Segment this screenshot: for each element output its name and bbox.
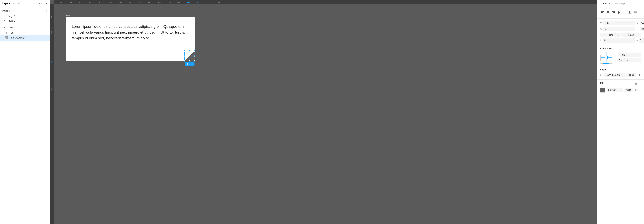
handle-ml[interactable] bbox=[184, 55, 186, 57]
handle-tr[interactable] bbox=[194, 50, 195, 52]
align-middle-v-button[interactable] bbox=[622, 10, 627, 15]
svg-rect-25 bbox=[635, 12, 636, 13]
visibility-icon[interactable]: 👁 bbox=[638, 73, 641, 77]
ruler-guide-192: 192 bbox=[50, 75, 52, 78]
text-layer-icon: T bbox=[5, 31, 8, 34]
horizontal-constraint-dropdown[interactable]: Right ▾ bbox=[618, 53, 641, 57]
layer-item-text[interactable]: T Text bbox=[0, 30, 50, 35]
folder-corner-element[interactable]: 50 × 50 bbox=[184, 51, 195, 61]
w-label: W bbox=[600, 28, 603, 30]
svg-rect-0 bbox=[5, 37, 6, 38]
ruler-left: -100 -50 0 142 192 250 300 bbox=[50, 4, 54, 224]
horizontal-constraint-row: ↔ Right ▾ bbox=[614, 53, 641, 57]
layer-item-folder-corner[interactable]: Folder corner bbox=[0, 35, 50, 41]
height-type-dropdown[interactable]: ↕ Fixed ▾ bbox=[622, 33, 641, 37]
svg-rect-5 bbox=[602, 11, 604, 12]
svg-rect-10 bbox=[608, 11, 608, 13]
h-input[interactable] bbox=[640, 27, 644, 31]
layer-label-folder-corner: Folder corner bbox=[10, 37, 24, 40]
fill-color-swatch[interactable] bbox=[600, 88, 605, 93]
right-panel-tabs: Design Prototype bbox=[597, 0, 644, 8]
corner-icon: ⌐ bbox=[636, 39, 638, 42]
fill-grid-icon[interactable]: ⊞ bbox=[635, 83, 638, 86]
w-input[interactable] bbox=[604, 27, 635, 31]
card-frame[interactable]: Lorem ipsum dolor sit amet, consectetur … bbox=[66, 17, 195, 61]
constraints-visual bbox=[600, 52, 612, 64]
layer-label-card: Card bbox=[7, 26, 12, 29]
vertical-constraint-dropdown[interactable]: Bottom ▾ bbox=[617, 59, 641, 62]
tab-assets[interactable]: Assets bbox=[13, 2, 20, 5]
tab-layers[interactable]: Layers bbox=[2, 2, 10, 6]
card-label: Card bbox=[66, 14, 70, 16]
page-item-page2[interactable]: ✓ Page 2 bbox=[2, 19, 48, 23]
constraints-container: ↔ Right ▾ ↕ Bottom ▾ bbox=[600, 52, 641, 64]
card-text-content: Lorem ipsum dolor sit amet, consectetur … bbox=[66, 17, 195, 45]
left-panel: Layers Assets Page 2 ▼ PAGES + Page 1 ✓ … bbox=[0, 0, 50, 224]
corner-input[interactable] bbox=[638, 38, 644, 43]
handle-bl[interactable] bbox=[184, 60, 186, 62]
h-constraint-icon: ↔ bbox=[614, 53, 617, 57]
fill-visibility-icon[interactable]: 👁 bbox=[635, 89, 638, 92]
layer-section: Layer Pass through ▾ 👁 bbox=[597, 66, 644, 80]
svg-rect-22 bbox=[629, 13, 631, 14]
page-item-page1[interactable]: Page 1 bbox=[2, 14, 48, 19]
rotation-group: ↻ bbox=[600, 38, 635, 43]
page-check-page1 bbox=[3, 15, 6, 18]
svg-rect-24 bbox=[637, 11, 637, 13]
align-section bbox=[597, 8, 644, 19]
fill-hex-value[interactable]: 606060 bbox=[606, 88, 623, 92]
h-label: H bbox=[637, 28, 639, 30]
handle-mr[interactable] bbox=[194, 55, 195, 57]
position-section: X Y W H bbox=[597, 19, 644, 45]
pages-header: PAGES + bbox=[2, 9, 48, 13]
svg-rect-26 bbox=[636, 12, 636, 13]
align-bottom-button[interactable] bbox=[628, 10, 632, 15]
opacity-input[interactable] bbox=[626, 73, 636, 77]
x-input[interactable] bbox=[604, 21, 635, 25]
blend-chevron-icon: ▾ bbox=[623, 74, 624, 76]
handle-tl[interactable] bbox=[184, 50, 186, 52]
blend-mode-dropdown[interactable]: Pass through ▾ bbox=[604, 73, 625, 77]
rotation-input[interactable] bbox=[603, 38, 635, 43]
svg-rect-11 bbox=[612, 11, 615, 12]
svg-rect-2 bbox=[5, 38, 6, 39]
y-field-group: Y bbox=[637, 21, 644, 25]
align-left-button[interactable] bbox=[600, 10, 605, 15]
svg-rect-14 bbox=[618, 11, 619, 14]
w-field-group: W bbox=[600, 27, 635, 31]
rotation-icon: ↻ bbox=[600, 39, 602, 42]
canvas-bg[interactable]: Card Lorem ipsum dolor sit amet, consect… bbox=[54, 4, 597, 224]
handle-tm[interactable] bbox=[189, 50, 190, 52]
canvas-area[interactable]: -50 -45 0 50 100 150 200 250 300 350 400… bbox=[50, 0, 597, 224]
align-top-button[interactable] bbox=[617, 10, 622, 15]
v-chevron-icon: ▾ bbox=[627, 59, 628, 62]
width-type-dropdown[interactable]: ↔ Fixed ▾ bbox=[600, 33, 620, 37]
selection-border bbox=[184, 51, 195, 61]
align-center-h-button[interactable] bbox=[606, 10, 610, 15]
fill-remove-button[interactable]: − bbox=[639, 88, 641, 92]
constraint-top-indicator bbox=[604, 52, 609, 52]
handle-br[interactable] bbox=[194, 60, 195, 62]
rotation-row: ↻ ⌐ ··· bbox=[600, 38, 641, 43]
svg-rect-20 bbox=[629, 11, 630, 13]
layer-item-card[interactable]: ≡ Card bbox=[0, 25, 50, 30]
h-field-group: H bbox=[637, 27, 644, 31]
add-page-button[interactable]: + bbox=[45, 9, 48, 13]
ruler-mark-550: 550 bbox=[187, 2, 190, 4]
handle-bm[interactable] bbox=[189, 60, 190, 62]
tab-design[interactable]: Design bbox=[600, 0, 611, 7]
align-right-button[interactable] bbox=[611, 10, 616, 15]
svg-rect-3 bbox=[7, 38, 8, 39]
align-row bbox=[600, 10, 641, 15]
fill-section: Fill ⊞ + 606060 100% 👁 − bbox=[597, 80, 644, 95]
fill-add-button[interactable]: + bbox=[639, 82, 641, 86]
constraint-dot bbox=[605, 56, 608, 59]
x-field-group: X bbox=[600, 21, 635, 25]
frame-icon: ≡ bbox=[2, 26, 6, 29]
tab-prototype[interactable]: Prototype bbox=[614, 0, 628, 7]
svg-rect-12 bbox=[613, 12, 615, 13]
distribute-button[interactable] bbox=[633, 10, 638, 15]
svg-rect-13 bbox=[615, 11, 615, 13]
fill-opacity-value[interactable]: 100% bbox=[624, 88, 633, 92]
y-input[interactable] bbox=[640, 21, 644, 25]
